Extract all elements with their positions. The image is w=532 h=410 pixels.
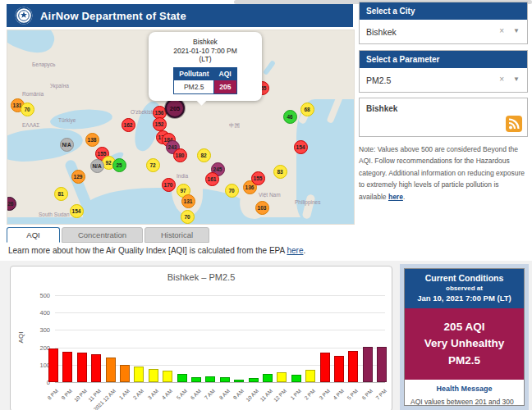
bar-3-PM[interactable] (320, 353, 330, 382)
rss-feed-box: Bishkek (359, 98, 528, 137)
tab-concentration[interactable]: Concentration (62, 227, 143, 243)
cc-aqi-value: 205 AQI (408, 319, 521, 335)
bar-7-AM[interactable] (205, 376, 215, 382)
aqi-marker-82[interactable]: 82 (197, 148, 211, 162)
aqi-marker-81[interactable]: 81 (54, 187, 68, 201)
popup-timezone: (LT) (153, 55, 258, 64)
current-conditions-panel: Current Conditions observed at Jan 10, 2… (400, 264, 529, 410)
chevron-down-icon[interactable]: ▼ (513, 27, 520, 34)
note-here-link[interactable]: here (388, 193, 403, 201)
bar-6-AM[interactable] (191, 377, 201, 382)
aqi-marker-70[interactable]: 70 (181, 210, 195, 224)
bar-10-AM[interactable] (249, 378, 259, 382)
aqi-marker-170[interactable]: 170 (162, 178, 176, 192)
select-parameter-panel: Select a Parameter PM2.5 × ▼ (359, 50, 528, 93)
clear-icon[interactable]: × (499, 26, 504, 35)
bar-6-PM[interactable] (363, 347, 373, 382)
chart-y-axis-label: AQI (17, 332, 25, 344)
aqi-marker-129[interactable]: 129 (71, 170, 85, 184)
feed-city-label: Bishkek (366, 104, 397, 113)
aqi-marker-103[interactable]: 103 (255, 201, 269, 215)
aqi-marker-25[interactable]: 25 (112, 158, 126, 172)
bar-9-AM[interactable] (234, 380, 244, 382)
cc-category: Very Unhealthy (408, 335, 521, 352)
y-tick-label: 400 (32, 309, 50, 317)
cc-observed-label: observed at (408, 285, 521, 292)
bar-4-PM[interactable] (334, 356, 344, 382)
gridline (55, 330, 385, 330)
bar-5-AM[interactable] (177, 374, 187, 382)
y-tick-label: 200 (32, 344, 50, 352)
bar-7-PM[interactable] (377, 347, 387, 382)
aqi-marker-68[interactable]: 68 (300, 102, 314, 116)
bar-8-AM[interactable] (220, 377, 230, 382)
aqi-marker-180[interactable]: 180 (173, 148, 187, 162)
bar-2021-12-AM[interactable] (106, 358, 116, 382)
current-conditions-card: Current Conditions observed at Jan 10, 2… (404, 268, 525, 406)
aqi-marker-162[interactable]: 162 (122, 118, 135, 132)
rss-icon[interactable] (506, 116, 522, 132)
bar-12-PM[interactable] (277, 372, 287, 382)
aqi-marker-152[interactable]: 152 (153, 117, 167, 131)
bar-11-AM[interactable] (263, 374, 273, 382)
aqi-marker-72[interactable]: 72 (146, 158, 160, 172)
aqi-marker-226[interactable]: 226 (7, 197, 16, 211)
aqi-marker-46[interactable]: 46 (283, 110, 297, 124)
note-text: Note: Values above 500 are considered Be… (359, 144, 526, 203)
aqi-marker-154[interactable]: 154 (294, 140, 308, 154)
bar-8-PM[interactable] (48, 348, 58, 382)
map-water (7, 30, 59, 59)
map-label: Philippines (295, 199, 320, 205)
map[interactable]: БеларусьУкраїнаRomâniaTürkiyeΕΛΛΑΣO'zbek… (7, 30, 355, 225)
bar-11-PM[interactable] (91, 354, 101, 382)
aqi-marker-161[interactable]: 161 (205, 172, 219, 186)
city-select-value: Bishkek (366, 27, 397, 37)
cc-pollutant: PM2.5 (408, 353, 521, 369)
bar-2-PM[interactable] (305, 370, 315, 382)
select-parameter-header: Select a Parameter (360, 51, 527, 68)
bar-9-PM[interactable] (62, 352, 72, 382)
aqi-marker-131[interactable]: 131 (181, 194, 195, 208)
aqi-marker-70[interactable]: 70 (21, 102, 34, 116)
epa-link[interactable]: here (287, 246, 303, 255)
aqi-marker-83[interactable]: 83 (273, 165, 287, 179)
aqi-marker-NA[interactable]: N/A (90, 159, 104, 173)
map-label: Україна (50, 83, 69, 89)
aqi-marker-205[interactable]: 205 (165, 98, 185, 118)
app-header: AirNow Department of State (7, 4, 353, 27)
map-label: Việt Nam (259, 192, 281, 198)
page-title: AirNow Department of State (40, 10, 186, 22)
parameter-select-value: PM2.5 (366, 75, 391, 85)
bar-4-AM[interactable] (163, 371, 172, 382)
aqi-marker-154[interactable]: 154 (70, 204, 84, 218)
chart-title: Bishkek – PM2.5 (11, 272, 392, 282)
aqi-marker-NA[interactable]: N/A (60, 138, 74, 152)
bar-5-PM[interactable] (348, 351, 358, 382)
select-city-header: Select a City (360, 2, 527, 20)
cc-health-header: Health Message (410, 385, 518, 393)
bar-2-AM[interactable] (134, 367, 144, 382)
tab-historical[interactable]: Historical (144, 227, 209, 243)
popup-aqi-value: 205 (214, 80, 237, 93)
y-tick-label: 0 (32, 379, 50, 386)
bar-1-AM[interactable] (120, 365, 130, 382)
aqi-marker-70[interactable]: 70 (225, 184, 239, 198)
clear-icon[interactable]: × (499, 75, 504, 84)
aqi-marker-155[interactable]: 155 (251, 171, 265, 185)
popup-col-aqi: AQI (214, 67, 237, 80)
map-popup: Bishkek 2021-01-10 7:00 PM (LT) Pollutan… (149, 32, 262, 101)
gridline (55, 382, 385, 383)
chevron-down-icon[interactable]: ▼ (513, 75, 520, 83)
tab-aqi[interactable]: AQI (7, 227, 60, 243)
bar-1-PM[interactable] (291, 375, 301, 382)
city-select[interactable]: Bishkek × ▼ (360, 20, 527, 43)
bar-10-PM[interactable] (77, 353, 87, 382)
cc-datetime: Jan 10, 2021 7:00 PM (LT) (408, 294, 521, 303)
learn-more-text: Learn more about how the Air Quality Ind… (8, 246, 305, 255)
parameter-select[interactable]: PM2.5 × ▼ (360, 68, 527, 92)
page: AirNow Department of State БеларусьУкраї… (0, 0, 532, 410)
bar-3-AM[interactable] (149, 369, 158, 382)
map-label: ΕΛΛΑΣ (22, 122, 39, 128)
cc-aqi-block: 205 AQI Very Unhealthy PM2.5 (405, 308, 524, 380)
aqi-marker-138[interactable]: 138 (85, 133, 99, 147)
